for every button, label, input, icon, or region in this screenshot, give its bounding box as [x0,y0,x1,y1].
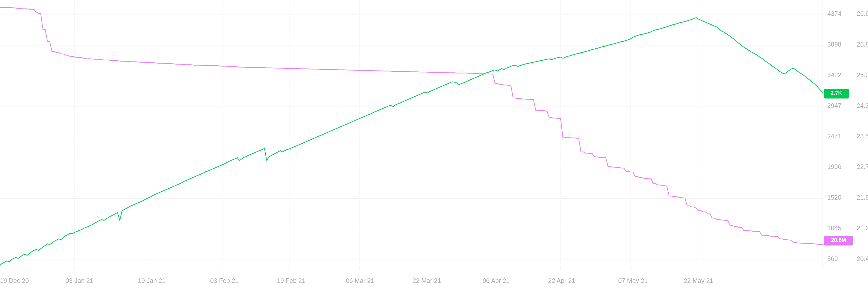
svg-text:03 Feb 21: 03 Feb 21 [210,277,239,284]
svg-text:19 Jan 21: 19 Jan 21 [138,277,166,284]
svg-text:569: 569 [827,255,838,262]
svg-text:2471: 2471 [827,132,841,140]
svg-text:22 Apr 21: 22 Apr 21 [548,277,575,284]
svg-text:07 May 21: 07 May 21 [618,277,648,284]
svg-text:20.8M: 20.8M [831,237,846,243]
svg-text:1045: 1045 [827,224,841,232]
svg-text:21.99M: 21.99M [857,194,868,201]
svg-text:06 Mar 21: 06 Mar 21 [346,277,374,284]
chart-container: 4374 3898 3422 2947 2471 1996 1520 1045 … [0,0,868,294]
svg-text:2.7K: 2.7K [831,90,842,96]
svg-text:21.22M: 21.22M [857,224,868,232]
svg-text:4374: 4374 [827,10,841,17]
svg-text:3898: 3898 [827,40,841,48]
svg-text:19 Feb 21: 19 Feb 21 [277,277,305,284]
svg-text:26.64M: 26.64M [857,10,868,17]
svg-text:03 Jan 21: 03 Jan 21 [66,277,93,284]
svg-text:2947: 2947 [827,102,841,109]
svg-text:20.44M: 20.44M [857,255,868,262]
svg-text:3422: 3422 [827,71,841,79]
svg-text:22 Mar 21: 22 Mar 21 [412,277,441,284]
svg-text:23.54M: 23.54M [857,132,868,140]
svg-text:22 May 21: 22 May 21 [684,277,713,284]
main-chart-svg: 4374 3898 3422 2947 2471 1996 1520 1045 … [0,0,868,294]
svg-text:24.32M: 24.32M [857,102,868,109]
svg-text:06 Apr 21: 06 Apr 21 [483,277,510,284]
svg-text:1996: 1996 [827,163,841,170]
svg-text:22.77M: 22.77M [857,163,868,170]
svg-text:25.87M: 25.87M [857,40,868,48]
chart-area: 4374 3898 3422 2947 2471 1996 1520 1045 … [0,0,868,294]
svg-text:1520: 1520 [827,194,841,201]
svg-text:25.09M: 25.09M [857,71,868,79]
svg-text:19 Dec 20: 19 Dec 20 [0,277,29,284]
